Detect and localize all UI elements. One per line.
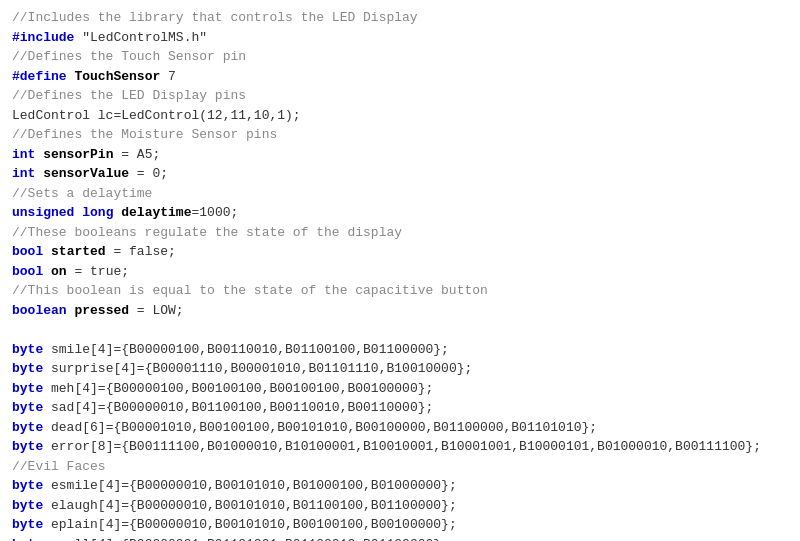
keyword-text: bool: [12, 244, 43, 259]
bold-var-text: delaytime: [121, 205, 191, 220]
code-line: //Defines the Touch Sensor pin: [12, 47, 788, 67]
keyword-text: int: [12, 166, 35, 181]
comment-text: //Evil Faces: [12, 459, 106, 474]
bold-var-text: sensorPin: [43, 147, 113, 162]
normal-text: = false;: [106, 244, 176, 259]
keyword-text: bool: [12, 264, 43, 279]
comment-text: //This boolean is equal to the state of …: [12, 283, 488, 298]
keyword-text: byte: [12, 537, 43, 542]
code-line: #define TouchSensor 7: [12, 67, 788, 87]
keyword-text: byte: [12, 381, 43, 396]
bold-var-text: TouchSensor: [74, 69, 160, 84]
keyword-text: byte: [12, 361, 43, 376]
keyword-text: #include: [12, 30, 74, 45]
keyword-text: byte: [12, 498, 43, 513]
keyword-text: byte: [12, 342, 43, 357]
code-line: byte smile[4]={B00000100,B00110010,B0110…: [12, 340, 788, 360]
normal-text: elaugh[4]={B00000010,B00101010,B01100100…: [43, 498, 456, 513]
keyword-text: boolean: [12, 303, 67, 318]
code-line: //Evil Faces: [12, 457, 788, 477]
keyword-text: byte: [12, 400, 43, 415]
code-line: //Includes the library that controls the…: [12, 8, 788, 28]
normal-text: = true;: [67, 264, 129, 279]
normal-text: error[8]={B00111100,B01000010,B10100001,…: [43, 439, 761, 454]
code-line: byte elaugh[4]={B00000010,B00101010,B011…: [12, 496, 788, 516]
bold-var-text: sensorValue: [43, 166, 129, 181]
keyword-text: byte: [12, 478, 43, 493]
normal-text: LedControl lc=LedControl(12,11,10,1);: [12, 108, 301, 123]
keyword-text: #define: [12, 69, 67, 84]
normal-text: "LedControlMS.h": [74, 30, 207, 45]
code-line: byte meh[4]={B00000100,B00100100,B001001…: [12, 379, 788, 399]
code-line: byte error[8]={B00111100,B01000010,B1010…: [12, 437, 788, 457]
normal-text: [43, 244, 51, 259]
normal-text: = 0;: [129, 166, 168, 181]
code-content: //Includes the library that controls the…: [12, 8, 788, 541]
code-line: //Sets a delaytime: [12, 184, 788, 204]
keyword-text: int: [12, 147, 35, 162]
bold-var-text: started: [51, 244, 106, 259]
code-line: LedControl lc=LedControl(12,11,10,1);: [12, 106, 788, 126]
code-line: byte esmile[4]={B00000010,B00101010,B010…: [12, 476, 788, 496]
normal-text: 7: [160, 69, 176, 84]
comment-text: //Defines the Moisture Sensor pins: [12, 127, 277, 142]
comment-text: //These booleans regulate the state of t…: [12, 225, 402, 240]
code-line: //Defines the Moisture Sensor pins: [12, 125, 788, 145]
normal-text: eplain[4]={B00000010,B00101010,B00100100…: [43, 517, 456, 532]
code-line: //Defines the LED Display pins: [12, 86, 788, 106]
code-line: boolean pressed = LOW;: [12, 301, 788, 321]
code-line: //This boolean is equal to the state of …: [12, 281, 788, 301]
keyword-text: unsigned: [12, 205, 74, 220]
normal-text: sad[4]={B00000010,B01100100,B00110010,B0…: [43, 400, 433, 415]
code-line: int sensorPin = A5;: [12, 145, 788, 165]
code-line: bool on = true;: [12, 262, 788, 282]
keyword-text: byte: [12, 420, 43, 435]
keyword-text: long: [82, 205, 113, 220]
bold-var-text: on: [51, 264, 67, 279]
normal-text: meh[4]={B00000100,B00100100,B00100100,B0…: [43, 381, 433, 396]
comment-text: //Defines the LED Display pins: [12, 88, 246, 103]
normal-text: = A5;: [113, 147, 160, 162]
code-line: byte surprise[4]={B00001110,B00001010,B0…: [12, 359, 788, 379]
code-line: unsigned long delaytime=1000;: [12, 203, 788, 223]
code-line: byte sad[4]={B00000010,B01100100,B001100…: [12, 398, 788, 418]
code-line: int sensorValue = 0;: [12, 164, 788, 184]
keyword-text: byte: [12, 439, 43, 454]
normal-text: [43, 264, 51, 279]
normal-text: =1000;: [191, 205, 238, 220]
bold-var-text: pressed: [74, 303, 129, 318]
code-line: [12, 320, 788, 340]
code-line: #include "LedControlMS.h": [12, 28, 788, 48]
code-line: //These booleans regulate the state of t…: [12, 223, 788, 243]
code-line: byte eyell[4]={B00000001,B01101001,B0110…: [12, 535, 788, 542]
normal-text: dead[6]={B00001010,B00100100,B00101010,B…: [43, 420, 597, 435]
normal-text: surprise[4]={B00001110,B00001010,B011011…: [43, 361, 472, 376]
comment-text: //Defines the Touch Sensor pin: [12, 49, 246, 64]
normal-text: smile[4]={B00000100,B00110010,B01100100,…: [43, 342, 449, 357]
code-line: bool started = false;: [12, 242, 788, 262]
normal-text: = LOW;: [129, 303, 184, 318]
code-line: byte eplain[4]={B00000010,B00101010,B001…: [12, 515, 788, 535]
normal-text: eyell[4]={B00000001,B01101001,B01100010,…: [43, 537, 449, 542]
keyword-text: byte: [12, 517, 43, 532]
normal-text: esmile[4]={B00000010,B00101010,B01000100…: [43, 478, 456, 493]
code-line: byte dead[6]={B00001010,B00100100,B00101…: [12, 418, 788, 438]
comment-text: //Sets a delaytime: [12, 186, 152, 201]
comment-text: //Includes the library that controls the…: [12, 10, 418, 25]
code-editor: //Includes the library that controls the…: [0, 0, 800, 541]
